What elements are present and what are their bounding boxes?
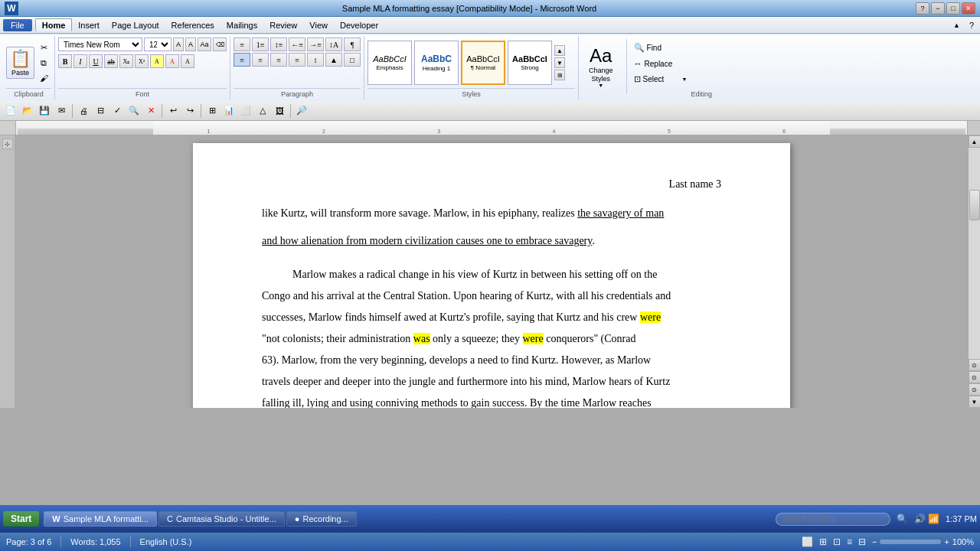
style-emphasis[interactable]: AaBbCcI Emphasis: [368, 41, 412, 85]
show-para-btn[interactable]: ¶: [344, 37, 361, 51]
align-left-btn[interactable]: ≡: [234, 53, 250, 67]
taskbar-word[interactable]: W Sample MLA formatti...: [44, 511, 157, 527]
chart-btn[interactable]: 📊: [221, 103, 237, 119]
taskbar-recording[interactable]: ● Recording...: [286, 511, 357, 527]
next-page-btn[interactable]: ⊙: [969, 383, 981, 396]
pagelayout-menu[interactable]: Page Layout: [106, 19, 165, 31]
open-btn[interactable]: 📂: [20, 103, 35, 119]
close-x-btn[interactable]: ✕: [143, 103, 158, 119]
mailings-menu[interactable]: Mailings: [220, 19, 263, 31]
text-effect-btn[interactable]: A: [181, 54, 194, 68]
underline-btn[interactable]: U: [89, 54, 103, 68]
help-icon[interactable]: ?: [966, 19, 977, 31]
zoom-out-icon[interactable]: −: [872, 537, 877, 546]
ruler-toggle[interactable]: ⊹: [2, 139, 13, 149]
picture-btn[interactable]: 🖼: [272, 103, 287, 119]
superscript-btn[interactable]: X²: [135, 54, 149, 68]
restore-btn[interactable]: □: [946, 2, 960, 15]
line-spacing-btn[interactable]: ↕: [307, 53, 324, 67]
insert-menu[interactable]: Insert: [72, 19, 106, 31]
ribbon-collapse-btn[interactable]: ▲: [950, 20, 963, 31]
references-menu[interactable]: References: [165, 19, 220, 31]
font-options-btn[interactable]: Aa: [198, 37, 211, 51]
review-menu[interactable]: Review: [263, 19, 303, 31]
new-doc-btn[interactable]: 📄: [3, 103, 18, 119]
font-label: Font: [58, 88, 227, 98]
print-btn[interactable]: ⊟: [93, 103, 108, 119]
view-web-icon[interactable]: ⊡: [833, 536, 841, 547]
view-draft-icon[interactable]: ⊟: [858, 536, 866, 547]
strikethrough-btn[interactable]: ab: [104, 54, 118, 68]
font-color-btn[interactable]: A: [165, 54, 179, 68]
close-btn[interactable]: ✕: [962, 2, 975, 15]
zoom-in-icon[interactable]: +: [944, 537, 949, 546]
styles-scroll-up[interactable]: ▲: [554, 45, 565, 56]
style-normal[interactable]: AaBbCcI ¶ Normal: [461, 41, 505, 85]
font-size-increase-btn[interactable]: A: [173, 37, 184, 51]
view-menu[interactable]: View: [303, 19, 334, 31]
spellcheck-btn[interactable]: ✓: [109, 103, 125, 119]
help-btn[interactable]: ?: [916, 2, 929, 15]
research-btn[interactable]: 🔍: [126, 103, 142, 119]
increase-indent-btn[interactable]: →≡: [307, 37, 324, 51]
font-size-decrease-btn[interactable]: A: [185, 37, 196, 51]
clear-format-btn[interactable]: ⌫: [213, 37, 227, 51]
style-strong[interactable]: AaBbCcI Strong: [508, 41, 552, 85]
paste-button[interactable]: 📋 Paste: [6, 47, 34, 79]
view-full-icon[interactable]: ⊞: [819, 536, 827, 547]
highlight-btn[interactable]: A: [150, 54, 164, 68]
sort-btn[interactable]: ↕A: [325, 37, 342, 51]
align-right-btn[interactable]: ≡: [270, 53, 287, 67]
textbox-btn[interactable]: ⬜: [238, 103, 253, 119]
view-normal-icon[interactable]: ⬜: [802, 536, 813, 547]
scroll-down-btn[interactable]: ▼: [969, 396, 981, 408]
styles-scroll-down[interactable]: ▼: [554, 57, 565, 68]
zoom-out-btn[interactable]: 🔎: [294, 103, 309, 119]
numbering-btn[interactable]: 1≡: [252, 37, 269, 51]
justify-btn[interactable]: ≡: [289, 53, 305, 67]
find-btn[interactable]: 🔍 Find: [630, 41, 691, 55]
strikethrough2-btn[interactable]: X₂: [119, 54, 133, 68]
font-name-select[interactable]: Times New Rom: [58, 37, 142, 51]
view-outline-icon[interactable]: ≡: [847, 536, 852, 547]
select-obj-btn[interactable]: ⊙: [969, 371, 981, 383]
print-preview-btn[interactable]: 🖨: [76, 103, 91, 119]
shapes-btn[interactable]: △: [255, 103, 270, 119]
multilevel-btn[interactable]: ↕≡: [270, 37, 287, 51]
select-btn[interactable]: ⊡ Select ▼: [630, 72, 691, 86]
table-btn[interactable]: ⊞: [204, 103, 220, 119]
taskbar-camtasia[interactable]: C Camtasia Studio - Untitle...: [158, 511, 285, 527]
cut-btn[interactable]: ✂: [36, 41, 51, 54]
zoom-slider[interactable]: [880, 540, 941, 544]
change-styles-btn[interactable]: Aa ChangeStyles ▼: [582, 39, 620, 94]
save-btn[interactable]: 💾: [37, 103, 52, 119]
align-center-btn[interactable]: ≡: [252, 53, 269, 67]
format-painter-btn[interactable]: 🖌: [36, 71, 51, 85]
prev-page-btn[interactable]: ⊙: [969, 359, 981, 371]
redo-btn[interactable]: ↪: [182, 103, 198, 119]
scroll-thumb[interactable]: [969, 190, 980, 220]
bold-btn[interactable]: B: [58, 54, 72, 68]
start-button[interactable]: Start: [3, 511, 39, 527]
desktop-search[interactable]: [776, 513, 890, 526]
styles-expand[interactable]: ⊞: [554, 70, 565, 80]
scroll-track[interactable]: [969, 148, 981, 359]
bullets-btn[interactable]: ≡: [234, 37, 250, 51]
italic-btn[interactable]: I: [74, 54, 87, 68]
style-heading1[interactable]: AaBbC Heading 1: [414, 41, 459, 85]
decrease-indent-btn[interactable]: ←≡: [289, 37, 305, 51]
scroll-up-btn[interactable]: ▲: [969, 135, 981, 148]
developer-menu[interactable]: Developer: [334, 19, 384, 31]
email-btn[interactable]: ✉: [54, 103, 69, 119]
page-header-text: Last name 3: [669, 178, 721, 190]
undo-btn[interactable]: ↩: [165, 103, 181, 119]
shading-btn[interactable]: ▲: [325, 53, 342, 67]
copy-btn[interactable]: ⧉: [36, 56, 51, 70]
file-menu[interactable]: File: [3, 19, 32, 31]
vertical-scrollbar[interactable]: ▲ ⊙ ⊙ ⊙ ▼: [968, 135, 980, 408]
home-menu[interactable]: Home: [35, 18, 73, 31]
border-btn[interactable]: □: [344, 53, 361, 67]
replace-btn[interactable]: ↔ Replace: [630, 57, 691, 70]
font-size-select[interactable]: 12: [144, 37, 172, 51]
minimize-btn[interactable]: −: [931, 2, 945, 15]
